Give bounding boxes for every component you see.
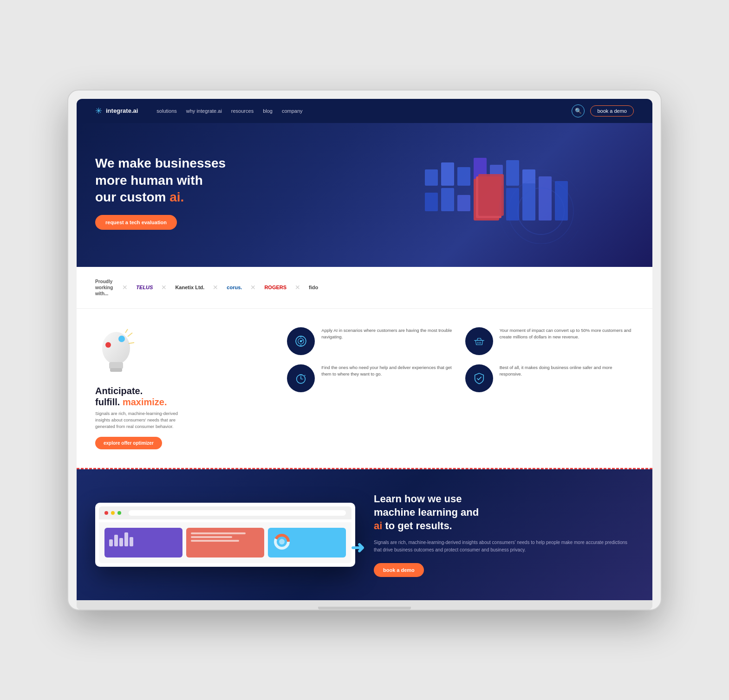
laptop-base	[77, 600, 652, 609]
partner-fido: fido	[309, 285, 318, 290]
dashboard-card-chart	[104, 528, 182, 557]
partner-kanetix: Kanetix Ltd.	[175, 285, 204, 290]
list-bar-1	[191, 532, 246, 534]
browser-dot-red	[104, 511, 108, 515]
svg-rect-0	[425, 169, 438, 186]
svg-rect-22	[110, 368, 122, 372]
svg-rect-1	[441, 162, 454, 186]
learn-title: Learn how we use machine learning and ai…	[374, 493, 634, 532]
svg-rect-9	[457, 195, 470, 211]
browser-bar	[99, 506, 351, 519]
anticipate-description: Signals are rich, machine-learning-deriv…	[95, 410, 188, 430]
website-content: ✳ integrate.ai solutions why integrate.a…	[77, 99, 652, 601]
book-demo-button[interactable]: book a demo	[590, 105, 634, 117]
svg-line-42	[305, 375, 306, 376]
svg-point-20	[102, 332, 130, 364]
navbar: ✳ integrate.ai solutions why integrate.a…	[77, 99, 652, 123]
feature-icon-3	[287, 364, 315, 392]
partners-section: Proudly working with... ✕ TELUS ✕ Kaneti…	[77, 267, 652, 309]
nav-link-company[interactable]: company	[282, 108, 303, 114]
hero-ai-text: ai.	[169, 190, 184, 204]
hero-title: We make businesses more human with our c…	[95, 155, 234, 206]
hero-3d-blocks	[420, 142, 578, 244]
nav-actions: 🔍 book a demo	[572, 104, 634, 117]
anticipate-section: Anticipate. fulfill. maximize. Signals a…	[77, 309, 652, 468]
logo-icon: ✳	[95, 106, 102, 116]
svg-rect-21	[109, 362, 123, 369]
separator-3: ✕	[213, 284, 218, 291]
feature-text-1: Apply AI in scenarios where customers ar…	[321, 327, 456, 341]
proudly-working-text: Proudly working with...	[95, 279, 113, 297]
separator-2: ✕	[161, 284, 167, 291]
feature-card-2: Your moment of impact can convert up to …	[465, 327, 634, 355]
hero-section: We make businesses more human with our c…	[77, 123, 652, 267]
hero-cta-button[interactable]: request a tech evaluation	[95, 215, 177, 230]
svg-rect-12	[478, 174, 504, 216]
bar-2	[114, 535, 118, 546]
feature-card-4: Best of all, it makes doing business onl…	[465, 364, 634, 392]
feature-text-4: Best of all, it makes doing business onl…	[500, 364, 634, 378]
svg-rect-15	[539, 176, 552, 220]
partner-corus: corus.	[227, 285, 242, 290]
feature-card-3: Find the ones who need your help and del…	[287, 364, 456, 392]
nav-link-solutions[interactable]: solutions	[156, 108, 176, 114]
bar-3	[119, 538, 123, 546]
learn-visual: ➜	[95, 503, 355, 567]
laptop-outer: ✳ integrate.ai solutions why integrate.a…	[67, 90, 662, 611]
device-wrapper: ✳ integrate.ai solutions why integrate.a…	[67, 90, 662, 611]
bulb-icon	[95, 327, 137, 378]
dashboard-card-donut	[268, 528, 346, 557]
bar-chart	[109, 532, 178, 546]
svg-line-26	[129, 343, 134, 344]
svg-point-24	[105, 342, 111, 348]
learn-description: Signals are rich, machine-learning-deriv…	[374, 539, 634, 554]
partners-logos: ✕ TELUS ✕ Kanetix Ltd. ✕ corus. ✕ ROGERS…	[122, 284, 318, 291]
feature-icon-1	[287, 327, 315, 355]
feature-card-1: Apply AI in scenarios where customers ar…	[287, 327, 456, 355]
svg-point-23	[118, 336, 125, 342]
hero-content: We make businesses more human with our c…	[95, 155, 364, 230]
nav-link-resources[interactable]: resources	[231, 108, 254, 114]
learn-section: ➜ Learn how we use machine learning and …	[77, 469, 652, 600]
svg-line-25	[128, 333, 132, 337]
learn-cta-button[interactable]: book a demo	[374, 563, 424, 577]
list-bar-2	[191, 536, 232, 538]
feature-text-3: Find the ones who need your help and del…	[321, 364, 456, 378]
anticipate-features: Apply AI in scenarios where customers ar…	[287, 327, 634, 392]
arrow-icon: ➜	[351, 538, 364, 557]
feature-icon-4	[465, 364, 493, 392]
search-icon[interactable]: 🔍	[572, 104, 585, 117]
hero-visual	[364, 146, 634, 239]
bar-1	[109, 539, 113, 546]
bar-4	[124, 532, 128, 546]
learn-ai-text: ai	[374, 520, 382, 531]
explore-button[interactable]: explore offer optimizer	[95, 437, 162, 449]
partner-telus: TELUS	[136, 285, 153, 290]
svg-point-45	[279, 539, 285, 544]
partner-rogers: ROGERS	[264, 285, 286, 290]
screen-bezel: ✳ integrate.ai solutions why integrate.a…	[77, 99, 652, 601]
anticipate-left: Anticipate. fulfill. maximize. Signals a…	[95, 327, 268, 450]
svg-rect-5	[506, 160, 519, 186]
nav-logo: ✳ integrate.ai	[95, 106, 138, 116]
svg-rect-2	[457, 167, 470, 186]
browser-dot-yellow	[111, 511, 115, 515]
maximize-text: maximize.	[123, 397, 167, 407]
svg-rect-7	[425, 193, 438, 211]
feature-icon-2	[465, 327, 493, 355]
browser-dot-green	[117, 511, 121, 515]
svg-rect-8	[441, 188, 454, 211]
feature-text-2: Your moment of impact can convert up to …	[500, 327, 634, 341]
bar-5	[130, 537, 133, 546]
nav-link-blog[interactable]: blog	[263, 108, 273, 114]
nav-link-why[interactable]: why integrate.ai	[186, 108, 222, 114]
dashboard-card-list	[186, 528, 264, 557]
list-bar-3	[191, 540, 239, 542]
browser-url-bar	[129, 510, 346, 516]
anticipate-title: Anticipate. fulfill. maximize.	[95, 385, 167, 408]
browser-mockup	[95, 503, 355, 567]
svg-rect-13	[506, 188, 519, 220]
learn-content: Learn how we use machine learning and ai…	[374, 493, 634, 577]
svg-line-27	[125, 329, 128, 333]
browser-content	[99, 522, 351, 563]
